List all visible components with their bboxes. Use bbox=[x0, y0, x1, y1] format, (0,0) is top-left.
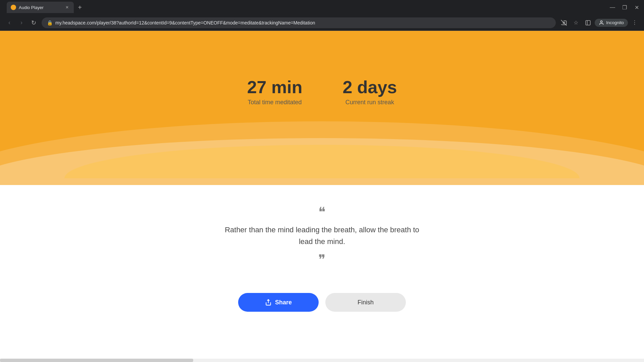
tab-favicon bbox=[11, 5, 16, 10]
incognito-badge: Incognito bbox=[595, 19, 628, 27]
forward-button[interactable]: › bbox=[16, 17, 27, 28]
active-tab[interactable]: Audio Player ✕ bbox=[7, 2, 74, 13]
svg-point-4 bbox=[601, 21, 602, 22]
close-quote-mark: ❞ bbox=[318, 253, 326, 266]
address-bar: ‹ › ↻ 🔒 my.headspace.com/player/38?autho… bbox=[0, 15, 644, 31]
scrollbar-thumb bbox=[0, 359, 193, 362]
lock-icon: 🔒 bbox=[47, 20, 53, 25]
share-icon bbox=[265, 299, 272, 306]
finish-button[interactable]: Finish bbox=[325, 293, 406, 312]
quote-section: ❝ Rather than the mind leading the breat… bbox=[0, 185, 644, 280]
scrollbar[interactable] bbox=[0, 359, 644, 362]
url-text: my.headspace.com/player/38?authorId=12&c… bbox=[55, 20, 550, 25]
total-time-value: 27 min bbox=[247, 78, 303, 97]
streak-value: 2 days bbox=[342, 78, 397, 97]
window-controls: — ❐ ✕ bbox=[608, 3, 641, 12]
finish-button-label: Finish bbox=[358, 299, 374, 306]
open-quote-mark: ❝ bbox=[318, 205, 326, 219]
tab-close-button[interactable]: ✕ bbox=[64, 5, 70, 10]
action-buttons: Share Finish bbox=[0, 293, 644, 312]
new-tab-button[interactable]: + bbox=[75, 3, 85, 12]
url-bar[interactable]: 🔒 my.headspace.com/player/38?authorId=12… bbox=[42, 17, 556, 28]
camera-off-icon[interactable] bbox=[558, 17, 569, 28]
back-button[interactable]: ‹ bbox=[4, 17, 15, 28]
page-content: 27 min Total time meditated 2 days Curre… bbox=[0, 31, 644, 362]
total-time-stat: 27 min Total time meditated bbox=[247, 78, 303, 106]
reload-button[interactable]: ↻ bbox=[28, 17, 39, 28]
close-window-button[interactable]: ✕ bbox=[632, 3, 641, 12]
tab-bar: Audio Player ✕ + — ❐ ✕ bbox=[0, 0, 644, 15]
nav-buttons: ‹ › ↻ bbox=[4, 17, 39, 28]
wave-decoration bbox=[64, 145, 580, 178]
address-bar-actions: ☆ Incognito ⋮ bbox=[558, 17, 640, 28]
tab-title: Audio Player bbox=[19, 5, 62, 10]
total-time-label: Total time meditated bbox=[247, 99, 303, 106]
svg-rect-2 bbox=[586, 20, 590, 25]
stats-container: 27 min Total time meditated 2 days Curre… bbox=[247, 78, 397, 106]
share-button[interactable]: Share bbox=[238, 293, 319, 312]
bookmark-button[interactable]: ☆ bbox=[571, 17, 581, 28]
minimize-button[interactable]: — bbox=[608, 3, 617, 12]
streak-stat: 2 days Current run streak bbox=[342, 78, 397, 106]
browser-chrome: Audio Player ✕ + — ❐ ✕ ‹ › ↻ 🔒 my.headsp… bbox=[0, 0, 644, 31]
incognito-label: Incognito bbox=[606, 20, 624, 25]
quote-text: Rather than the mind leading the breath,… bbox=[221, 224, 423, 247]
streak-label: Current run streak bbox=[342, 99, 397, 106]
maximize-button[interactable]: ❐ bbox=[620, 3, 629, 12]
sidebar-button[interactable] bbox=[583, 17, 593, 28]
share-button-label: Share bbox=[275, 299, 292, 306]
hero-section: 27 min Total time meditated 2 days Curre… bbox=[0, 31, 644, 185]
more-menu-button[interactable]: ⋮ bbox=[629, 17, 640, 28]
